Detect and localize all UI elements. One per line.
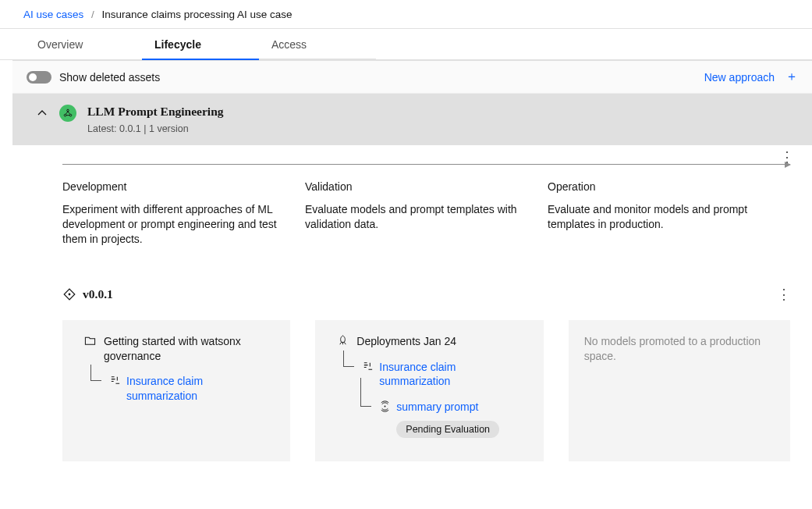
- phase-desc: Evaluate models and prompt templates wit…: [305, 202, 524, 232]
- rocket-icon: [337, 335, 349, 347]
- approach-type-icon: [59, 105, 76, 122]
- tab-access[interactable]: Access: [259, 29, 376, 59]
- status-badge: Pending Evaluation: [396, 421, 499, 438]
- content-wrapper: Show deleted assets New approach ＋ LLM P…: [0, 60, 812, 485]
- asset-link[interactable]: Insurance claim summarization: [126, 374, 275, 404]
- phase-title: Development: [62, 180, 282, 193]
- breadcrumb-separator: /: [91, 9, 94, 20]
- version-label: v0.0.1: [83, 287, 113, 301]
- deployment-icon: [379, 400, 391, 412]
- svg-point-1: [64, 114, 66, 116]
- phase-title: Validation: [305, 180, 524, 193]
- asset-link[interactable]: Insurance claim summarization: [379, 360, 527, 390]
- deleted-assets-label: Show deleted assets: [59, 71, 160, 84]
- new-approach-button[interactable]: New approach ＋: [704, 69, 798, 85]
- breadcrumb-current: Insurance claims processing AI use case: [102, 9, 293, 20]
- tree-item: Insurance claim summarization: [342, 360, 527, 390]
- toolbar: Show deleted assets New approach ＋: [12, 61, 812, 94]
- phase-validation: Validation Evaluate models and prompt te…: [305, 180, 548, 247]
- diamond-icon: [62, 287, 76, 301]
- new-approach-label: New approach: [704, 71, 775, 84]
- svg-point-4: [69, 293, 71, 295]
- phase-operation: Operation Evaluate and monitor models an…: [548, 180, 790, 247]
- card-development: Getting started with watsonx governance …: [62, 320, 290, 462]
- prompt-template-icon: [362, 361, 374, 372]
- chevron-up-icon[interactable]: [36, 107, 48, 119]
- phase-title: Operation: [548, 180, 767, 193]
- phase-development: Development Experiment with different ap…: [62, 180, 305, 247]
- deployment-link[interactable]: summary prompt: [396, 400, 478, 415]
- approach-title: LLM Prompt Engineering: [87, 105, 224, 119]
- version-cards: Getting started with watsonx governance …: [62, 320, 790, 462]
- empty-message: No models promoted to a production space…: [584, 335, 761, 363]
- phase-desc: Experiment with different approaches of …: [62, 202, 282, 247]
- svg-point-2: [69, 114, 72, 116]
- svg-point-0: [67, 109, 69, 112]
- approach-subtitle: Latest: 0.0.1 | 1 version: [87, 123, 224, 134]
- tree-item: summary prompt Pending Evaluation: [359, 400, 527, 438]
- approach-header: LLM Prompt Engineering Latest: 0.0.1 | 1…: [12, 94, 812, 145]
- plus-icon: ＋: [785, 69, 798, 85]
- breadcrumb-parent-link[interactable]: AI use cases: [23, 9, 83, 20]
- deleted-assets-toggle-wrap: Show deleted assets: [27, 71, 160, 84]
- tab-overview[interactable]: Overview: [25, 29, 142, 59]
- svg-point-5: [385, 406, 386, 408]
- card-operation: No models promoted to a production space…: [569, 320, 790, 462]
- deleted-assets-toggle[interactable]: [27, 71, 51, 84]
- approach-content: ⋮ Development Experiment with different …: [12, 145, 812, 485]
- phase-arrow: [62, 164, 790, 165]
- phase-row: Development Experiment with different ap…: [62, 180, 790, 247]
- card-title: Getting started with watsonx governance: [104, 334, 275, 364]
- folder-icon: [84, 335, 96, 347]
- tab-lifecycle[interactable]: Lifecycle: [142, 29, 259, 59]
- card-validation: Deployments Jan 24 Insurance claim summa…: [315, 320, 543, 462]
- phase-desc: Evaluate and monitor models and prompt t…: [548, 202, 767, 232]
- prompt-template-icon: [109, 375, 121, 386]
- version-overflow-menu-icon[interactable]: ⋮: [777, 286, 790, 303]
- card-title: Deployments Jan 24: [356, 334, 456, 349]
- tree-item: Insurance claim summarization: [89, 374, 275, 404]
- version-header: v0.0.1 ⋮: [62, 286, 790, 303]
- breadcrumb: AI use cases / Insurance claims processi…: [0, 0, 812, 29]
- tab-bar: Overview Lifecycle Access: [0, 29, 812, 60]
